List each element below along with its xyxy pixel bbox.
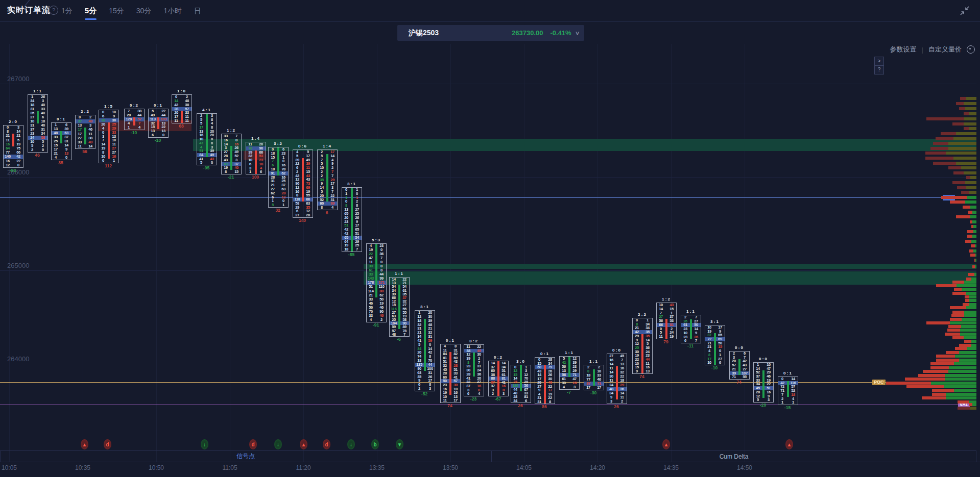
footprint-candle[interactable]: 235854178132016201084704351398449414350 — [197, 113, 217, 165]
candle-body-bar — [473, 353, 475, 376]
footprint-candle[interactable]: 7382844120574714 — [124, 109, 145, 130]
grid-vertical — [671, 44, 672, 462]
signal-marker-buy[interactable]: ▼ — [396, 439, 403, 449]
tab-15分[interactable]: 15分 — [108, 0, 125, 21]
bid-volume: 6 — [681, 339, 689, 343]
profile-bar-buy — [946, 396, 976, 399]
signal-marker-sell[interactable]: ▲ — [300, 439, 307, 449]
signal-marker-sell[interactable]: d — [104, 439, 111, 449]
footprint-candle[interactable]: 4231902236477110300610334414399178171511… — [366, 243, 387, 322]
grid-horizontal — [0, 84, 976, 84]
profile-bar-sell — [961, 191, 969, 194]
profile-bar-buy — [965, 200, 976, 204]
footprint-candle[interactable]: 0618231517061618789162281631252137276362… — [268, 147, 289, 208]
y-axis-label: 267000 — [7, 75, 29, 83]
footprint-candle[interactable]: 4811318482816051433228455128336041505723… — [440, 344, 461, 403]
tab-5分[interactable]: 5分 — [84, 0, 98, 21]
symbol-selector[interactable]: 沪锡2503 263730.00 -0.41% ∨ — [397, 25, 584, 41]
candle-body-bar — [398, 285, 400, 329]
side-button-expand[interactable]: > — [874, 57, 884, 66]
signal-marker-sell[interactable]: ▲ — [785, 439, 793, 449]
footprint-candle[interactable]: 112078903966325310236183416 — [246, 142, 266, 174]
signal-marker-buy[interactable]: ↓ — [347, 439, 355, 449]
signal-marker-buy[interactable]: b — [371, 439, 379, 449]
tab-1分[interactable]: 1分 — [60, 0, 74, 21]
bid-ask-ratio-header: 0 : 6 — [298, 144, 306, 148]
profile-bar-buy — [948, 142, 976, 145]
profile-bar-sell — [959, 107, 965, 110]
custom-volprice-button[interactable]: 自定义量价 — [928, 45, 962, 54]
delta-value: 140 — [299, 218, 306, 223]
footprint-candle[interactable]: 0106938302025429033313710141119278271016… — [99, 110, 119, 163]
footprint-candle[interactable]: 33716814163262749285243383371940815 — [221, 134, 242, 174]
footprint-candle[interactable]: 2637204257432127391077155 — [729, 351, 750, 380]
profile-bar-sell — [958, 407, 970, 410]
price-row: 815 — [222, 170, 241, 174]
signal-marker-sell[interactable]: ▲ — [81, 439, 88, 449]
footprint-candle[interactable]: 0281534607943261426173020462722917419312… — [535, 357, 555, 404]
profile-bar-buy — [971, 240, 976, 243]
profile-bar-sell — [925, 157, 953, 160]
footprint-candle[interactable]: 27262761502314109232667 — [681, 315, 701, 343]
footprint-candle[interactable]: 1201230183932483121213234314159503414204… — [415, 310, 435, 391]
footprint-candle[interactable]: 0183421344235293591412525363024192322441… — [632, 318, 653, 374]
tab-日[interactable]: 日 — [193, 0, 202, 21]
footprint-candle[interactable]: 1422132154543461393566371232152711655275… — [389, 277, 410, 337]
tab-30分[interactable]: 30分 — [135, 0, 153, 21]
side-button-help[interactable]: ? — [874, 65, 884, 74]
footprint-candle[interactable]: 01442116725771527182411 — [778, 376, 798, 405]
footprint-candle[interactable]: 1017199376572697150211540811727106 — [705, 325, 725, 365]
profile-bar-buy — [964, 117, 976, 120]
signal-marker-sell[interactable]: d — [249, 439, 257, 449]
bid-volume: 11 — [76, 144, 84, 148]
bid-ask-ratio-header: 3 : 0 — [516, 359, 524, 364]
footprint-candle[interactable]: 110144752293746331934224551281612953 — [753, 362, 774, 403]
ask-volume: 6 — [257, 170, 265, 174]
footprint-candle[interactable]: 0110110288132765252026239511742654251655… — [342, 187, 362, 252]
footprint-candle[interactable]: 2175147459102272735299171435720225231606… — [317, 149, 338, 210]
footprint-candle[interactable]: 038142121115161964757766140421622120 — [3, 125, 23, 168]
footprint-candle[interactable]: 522494411310932131522131360 — [148, 109, 169, 138]
footprint-candle[interactable]: 4551739492239611215424312439673126916198… — [293, 149, 313, 218]
price-row: 120 — [4, 163, 23, 167]
tab-1小时[interactable]: 1小时 — [162, 0, 183, 21]
bid-ask-ratio-header: 1 : 5 — [104, 104, 112, 109]
collapse-icon[interactable] — [960, 6, 969, 15]
footprint-candle[interactable]: 228101833774687711717 — [584, 365, 604, 390]
footprint-candle[interactable]: 02144842382857203317111111 — [172, 94, 192, 123]
profile-bar-sell — [930, 147, 948, 150]
price-row: 1114 — [76, 144, 95, 148]
footprint-candle[interactable]: 1043141571273756536681025241119 — [656, 303, 677, 339]
delta-value: -85 — [348, 252, 354, 257]
param-settings-button[interactable]: 参数设置 — [890, 45, 917, 54]
profile-bar-buy — [964, 314, 976, 317]
bid-volume: 11 — [172, 119, 180, 123]
settings-icon[interactable] — [967, 45, 975, 54]
bid-ask-ratio-header: 3 : 2 — [274, 141, 282, 146]
footprint-candle[interactable]: 1613394863333725311514179211340 — [51, 122, 71, 160]
footprint-candle[interactable]: 1122384912303928723313024283641203227371… — [464, 344, 484, 396]
candle-body-bar — [449, 352, 451, 395]
chevron-down-icon[interactable]: ∨ — [575, 30, 580, 36]
cum-delta-strip[interactable]: Cum Delta — [491, 450, 976, 462]
profile-bar-sell — [950, 306, 966, 309]
ask-volume: 4 — [135, 125, 144, 130]
signal-marker-sell[interactable]: d — [323, 439, 330, 449]
footprint-candle[interactable]: 2745167141311161432302211182429483634149… — [607, 354, 627, 404]
footprint-candle[interactable]: 02374813317461711273833491114 — [75, 115, 95, 149]
footprint-candle[interactable]: 1263431840313335402761018314037312334245… — [28, 94, 48, 153]
profile-bar-buy — [959, 351, 976, 354]
ask-volume: 4 — [328, 206, 337, 210]
signal-marker-buy[interactable]: ↓ — [201, 439, 208, 449]
help-icon[interactable]: ? — [49, 6, 58, 15]
footprint-candle[interactable]: 14143734605138618881974137163823 — [488, 361, 509, 396]
footprint-candle[interactable]: 51242395623132958716147302843 — [559, 356, 580, 390]
footprint-candle[interactable]: 0112315121470352911056446740332881346 — [511, 365, 531, 403]
profile-bar-buy — [964, 281, 976, 284]
signal-marker-buy[interactable]: ↓ — [274, 439, 282, 449]
profile-bar-sell — [957, 186, 966, 189]
price-row: 64 — [464, 392, 484, 396]
profile-bar-buy — [960, 333, 976, 336]
signal-marker-sell[interactable]: ▲ — [662, 439, 670, 449]
signal-strip[interactable]: 信号点 — [0, 450, 491, 462]
